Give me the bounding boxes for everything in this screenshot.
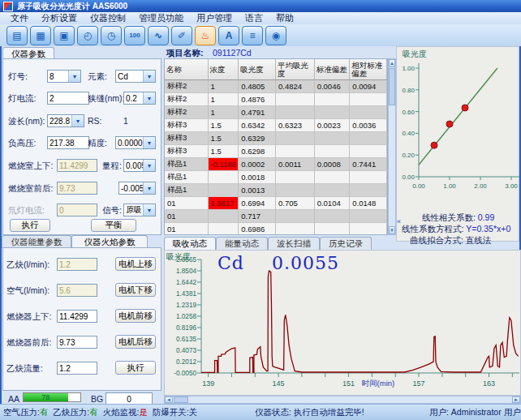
tab-波长扫描[interactable]: 波长扫描 [268,237,320,250]
element-select[interactable]: Cd▼ [115,70,156,83]
tab-吸收动态[interactable]: 吸收动态 [164,237,216,250]
table-cell [315,184,351,197]
tab-历史记录[interactable]: 历史记录 [320,237,372,250]
svg-text:0.60: 0.60 [402,109,415,116]
table-row[interactable]: 010.6986 [165,223,387,235]
scrollbar-thumb[interactable] [174,396,188,403]
menu-item-4[interactable]: 用户管理 [191,12,238,24]
save-icon[interactable]: ▣ [54,26,75,45]
gauge-energy-icon[interactable]: ◷ [101,26,122,45]
rs-label: RS: [88,116,102,126]
table-row[interactable]: 010.717 [165,210,387,223]
balance-button[interactable]: 平衡 [91,219,136,232]
table-cell: 0.717 [239,210,276,223]
table-cell: 01 [165,223,209,235]
table-row[interactable]: 样品10.0018 [165,171,387,184]
chevron-down-icon: ▼ [143,92,155,104]
scroll-right-icon[interactable]: ► [512,396,520,403]
svg-text:3.00: 3.00 [505,182,518,190]
scrollbar-thumb[interactable] [389,68,395,105]
bg-label: BG [91,394,103,404]
energy-100-icon[interactable]: 100 [124,26,145,45]
neg-hv-input[interactable] [47,136,89,149]
menu-item-6[interactable]: 帮助 [270,12,299,24]
table-cell: 0.0094 [350,80,387,93]
scroll-down-icon[interactable]: ▼ [389,226,395,234]
power-icon[interactable]: ◉ [265,26,286,45]
flame-row-label: 燃烧器前后: [6,337,51,349]
tab-energy-params[interactable]: 仪器能量参数 [2,235,71,248]
open-folder-icon[interactable]: ▦ [30,26,51,45]
autozero-icon[interactable]: A [218,26,239,45]
peak-profile-icon[interactable]: ∿ [148,26,169,45]
menu-item-2[interactable]: 仪器控制 [84,12,131,24]
wavelength-label: 波长(nm): [8,116,45,127]
signal-select[interactable]: 原吸▼ [123,204,156,216]
flame-row-input[interactable] [57,336,97,349]
chart-scrollbar[interactable]: ◄ ► [164,396,521,404]
table-row[interactable]: 标样210.48050.48240.00460.0094 [165,80,387,93]
table-cell [276,106,315,119]
lamp-current-input[interactable] [47,92,89,105]
table-cell: 样品1 [165,184,209,197]
burner-icon[interactable]: ≡ [242,26,263,45]
svg-text:1.6442: 1.6442 [176,279,196,286]
table-row[interactable]: 标样31.50.6298 [165,145,387,158]
table-cell [209,184,239,197]
execute-button[interactable]: 执行 [10,219,50,232]
table-row[interactable]: 样品1-0.11680.00020.00110.00080.7441 [165,158,387,171]
table-cell: 1 [209,80,239,93]
scroll-left-icon[interactable]: ◄ [165,396,173,403]
flame-row-button[interactable]: 电机后移 [115,335,156,349]
tab-flame-params[interactable]: 仪器火焰参数 [71,235,148,248]
table-row[interactable]: 标样31.50.6329 [165,132,387,145]
tab-能量动态[interactable]: 能量动态 [216,237,268,250]
new-file-icon[interactable]: ▤ [6,26,28,45]
flame-row-button[interactable]: 电机上移 [115,257,156,271]
flame-icon[interactable]: ♨ [195,26,216,45]
gauge-zero-icon[interactable]: ◴ [77,26,98,45]
collapse-panel-icon[interactable]: « [397,217,401,225]
aa-label: AA [8,394,19,404]
table-row[interactable]: 011.66170.69940.7050.01040.0148 [165,197,387,210]
table-row[interactable]: 标样210.4791 [165,106,387,119]
precision-select[interactable]: 0.0000▼ [115,136,156,149]
flame-row-button[interactable]: 执行 [115,361,156,375]
range-select[interactable]: 0.0050▼ [123,159,156,172]
flame-row-button[interactable]: 电机前移 [115,309,156,323]
scroll-up-icon[interactable]: ▲ [389,59,395,67]
menu-item-1[interactable]: 分析设置 [36,12,83,24]
table-row[interactable]: 样品10.0013 [165,184,387,197]
svg-text:1.0258: 1.0258 [176,313,196,320]
chevron-down-icon: ▼ [143,160,155,171]
menu-item-0[interactable]: 文件 [5,12,34,24]
svg-text:1.00: 1.00 [402,65,415,72]
flame-row-input [57,284,97,297]
wavelength-select[interactable]: 228.8▼ [47,114,84,127]
range2-select[interactable]: -0.0050▼ [118,182,156,195]
slit-select[interactable]: 0.2▼ [123,92,156,105]
flame-row-input[interactable] [57,362,97,375]
results-table[interactable]: 名称浓度吸光度平均吸光度标准偏差相对标准偏差标样210.48050.48240.… [164,58,388,235]
table-cell [276,210,315,223]
table-cell: 0.4791 [239,106,276,119]
menu-item-3[interactable]: 管理员功能 [133,12,189,24]
table-row[interactable]: 标样31.50.63420.63230.00230.0036 [165,119,387,132]
table-row[interactable]: 标样210.4876 [165,93,387,106]
table-cell: 0.4876 [239,93,276,106]
table-scrollbar[interactable]: ▲ ▼ [388,58,396,235]
flame-row-input[interactable] [57,310,97,323]
flame-icon-glyph: ♨ [201,31,210,41]
table-cell [315,210,351,223]
lamp-align-icon[interactable]: ✐ [171,26,192,45]
svg-text:0.00: 0.00 [402,174,415,181]
project-name-value: 091127Cd [213,48,252,58]
chamber-ud-input [57,159,97,172]
chevron-down-icon: ▼ [143,137,155,148]
new-file-icon-glyph: ▤ [12,31,21,41]
flame-row-button[interactable]: 电机下移 [115,283,156,297]
table-cell: 标样3 [165,119,209,132]
table-cell: 0.7441 [350,158,387,171]
lamp-no-select[interactable]: 8▼ [47,70,81,83]
menu-item-5[interactable]: 语言 [239,12,269,24]
